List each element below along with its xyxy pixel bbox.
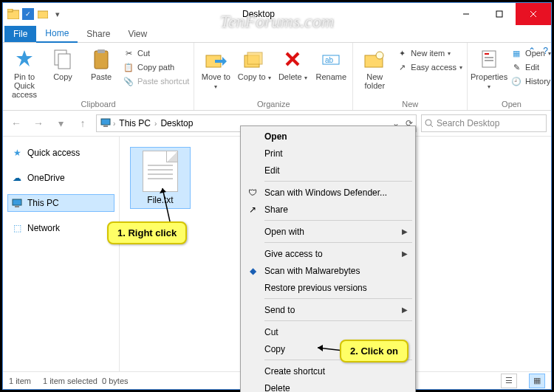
ribbon-group-clipboard: Pin to Quick access Copy Paste ✂Cut 📋Cop… <box>3 43 194 110</box>
paste-shortcut-icon: 📎 <box>123 75 134 87</box>
history-button[interactable]: 🕘History <box>510 75 551 87</box>
search-input[interactable]: Search Desktop <box>421 114 547 132</box>
copy-button[interactable]: Copy <box>46 46 80 81</box>
close-button[interactable] <box>516 3 551 25</box>
tab-file[interactable]: File <box>4 26 36 42</box>
delete-icon <box>281 47 304 71</box>
breadcrumb-desktop[interactable]: Desktop <box>158 118 195 128</box>
ctx-delete[interactable]: Delete <box>242 379 414 392</box>
explorer-icon <box>7 8 19 20</box>
qat-properties-icon[interactable]: ✓ <box>22 8 34 20</box>
svg-rect-1 <box>7 9 13 12</box>
svg-marker-7 <box>16 50 33 66</box>
tab-share[interactable]: Share <box>78 26 119 42</box>
edit-button[interactable]: ✎Edit <box>510 61 551 73</box>
onedrive-icon: ☁ <box>11 172 23 184</box>
copyto-icon <box>242 47 266 71</box>
group-label-organize: Organize <box>199 100 348 109</box>
ctx-defender[interactable]: 🛡Scan with Windows Defender... <box>242 184 414 201</box>
delete-button[interactable]: Delete ▾ <box>276 46 310 82</box>
svg-rect-14 <box>247 52 262 64</box>
copy-icon <box>51 47 75 71</box>
textfile-icon <box>143 151 178 192</box>
nav-back-button[interactable]: ← <box>7 114 25 132</box>
svg-rect-29 <box>13 199 21 205</box>
newfolder-button[interactable]: New folder <box>358 46 391 90</box>
view-details-button[interactable]: ☰ <box>501 374 517 388</box>
properties-button[interactable]: Properties ▾ <box>472 46 506 91</box>
ribbon-tabs: File Home Share View <box>3 25 551 43</box>
svg-point-27 <box>425 120 431 125</box>
qat-newfolder-icon[interactable] <box>37 8 49 20</box>
nav-network[interactable]: ⬚Network <box>7 219 114 237</box>
nav-thispc[interactable]: This PC <box>7 194 114 212</box>
cut-icon: ✂ <box>123 47 134 59</box>
nav-quick-access[interactable]: ★Quick access <box>7 144 114 162</box>
ctx-edit[interactable]: Edit <box>242 162 414 179</box>
status-item-count: 1 item <box>9 376 31 385</box>
ctx-cut[interactable]: Cut <box>242 323 414 340</box>
svg-rect-2 <box>38 11 48 18</box>
window-title: Desktop <box>68 9 449 19</box>
ctx-malwarebytes[interactable]: ◆Scan with Malwarebytes <box>242 262 414 279</box>
edit-icon: ✎ <box>510 61 522 73</box>
ctx-openwith[interactable]: Open with▶ <box>242 223 414 240</box>
moveto-button[interactable]: Move to ▾ <box>199 46 233 91</box>
nav-history-button[interactable]: ▾ <box>52 114 69 132</box>
nav-onedrive[interactable]: ☁OneDrive <box>7 169 114 187</box>
collapse-ribbon-icon[interactable]: ⌃ <box>528 46 536 56</box>
ctx-sendto[interactable]: Send to▶ <box>242 301 414 318</box>
svg-rect-25 <box>101 119 110 125</box>
open-icon: ▦ <box>510 47 522 59</box>
ctx-giveaccess[interactable]: Give access to▶ <box>242 245 414 262</box>
svg-rect-10 <box>95 51 108 69</box>
chevron-right-icon: ▶ <box>402 227 408 235</box>
ctx-open[interactable]: Open <box>242 128 414 145</box>
ctx-shortcut[interactable]: Create shortcut <box>242 362 414 379</box>
ctx-share[interactable]: ↗Share <box>242 201 414 218</box>
file-item[interactable]: File.txt <box>130 147 191 209</box>
newitem-button[interactable]: ✦New item ▾ <box>396 47 462 59</box>
view-icons-button[interactable]: ▦ <box>529 374 545 388</box>
pin-icon <box>13 47 36 71</box>
breadcrumb-thispc[interactable]: This PC <box>117 118 153 128</box>
qat-dropdown-icon[interactable]: ▾ <box>52 8 64 20</box>
network-icon: ⬚ <box>11 222 23 234</box>
paste-button[interactable]: Paste <box>84 46 118 81</box>
minimize-button[interactable] <box>449 3 482 25</box>
pin-quick-access-button[interactable]: Pin to Quick access <box>7 46 41 99</box>
group-label-open: Open <box>472 100 551 109</box>
search-icon <box>425 119 434 128</box>
easyaccess-icon: ↗ <box>396 61 408 73</box>
svg-rect-4 <box>496 11 502 17</box>
svg-rect-23 <box>485 57 493 58</box>
nav-forward-button[interactable]: → <box>30 114 47 132</box>
nav-up-button[interactable]: ↑ <box>74 114 92 132</box>
easyaccess-button[interactable]: ↗Easy access ▾ <box>396 61 462 73</box>
history-icon: 🕘 <box>510 75 522 87</box>
nav-pane: ★Quick access ☁OneDrive This PC ⬚Network <box>3 137 120 371</box>
ctx-restore[interactable]: Restore previous versions <box>242 279 414 296</box>
ctx-print[interactable]: Print <box>242 145 414 162</box>
svg-point-20 <box>376 52 383 59</box>
group-label-new: New <box>358 100 462 109</box>
chevron-right-icon: ▶ <box>402 306 408 314</box>
copypath-button[interactable]: 📋Copy path <box>123 61 189 73</box>
chevron-right-icon: ▶ <box>402 250 408 258</box>
help-icon[interactable]: ? <box>543 46 548 56</box>
defender-icon: 🛡 <box>247 187 259 199</box>
file-name: File.txt <box>147 195 173 205</box>
copyto-button[interactable]: Copy to ▾ <box>237 46 271 82</box>
paste-shortcut-button[interactable]: 📎Paste shortcut <box>123 75 189 87</box>
cut-button[interactable]: ✂Cut <box>123 47 189 59</box>
paste-icon <box>89 47 113 71</box>
ribbon-group-organize: Move to ▾ Copy to ▾ Delete ▾ abRename Or… <box>194 43 353 110</box>
svg-rect-24 <box>485 60 493 61</box>
tab-home[interactable]: Home <box>36 25 78 43</box>
maximize-button[interactable] <box>482 3 516 25</box>
ribbon-help: ⌃ ? <box>528 46 548 56</box>
ribbon: Pin to Quick access Copy Paste ✂Cut 📋Cop… <box>3 43 551 111</box>
tab-view[interactable]: View <box>119 26 156 42</box>
rename-button[interactable]: abRename <box>314 46 348 81</box>
window-controls <box>449 3 551 25</box>
